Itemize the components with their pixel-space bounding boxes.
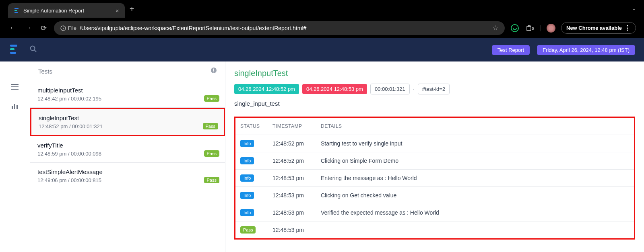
test-report-badge[interactable]: Test Report [492,45,530,55]
datetime-badge: Friday, April 26, 2024, 12:48 pm (IST) [537,45,635,55]
svg-point-6 [511,25,518,32]
step-details: Entering the message as : Hello World [316,170,634,187]
file-label: File [68,25,76,31]
test-item-time: 12:48:59 pm / 00:00:00:098 [37,151,218,157]
profile-avatar[interactable] [547,24,555,33]
tests-header-label: Tests [38,68,52,75]
svg-line-11 [35,50,37,52]
table-row: Info12:48:52 pmClicking on Simple Form D… [235,152,634,170]
list-view-icon[interactable] [0,78,30,97]
left-sidebar [0,61,30,252]
step-timestamp: 12:48:53 pm [268,221,316,239]
step-details: Clicking on Get checked value [316,187,634,204]
toolbar-separator: | [539,25,541,32]
address-bar-row: ← → ⟳ File /Users/vipulgupta/eclipse-wor… [0,18,644,38]
test-item-name: testSimpleAlertMessage [37,168,218,175]
reload-button[interactable]: ⟳ [39,24,48,33]
step-details: Starting test to verify single input [316,135,634,152]
svg-point-10 [31,46,35,50]
svg-rect-19 [213,69,214,71]
end-time-badge: 04.26.2024 12:48:53 pm [302,84,367,94]
test-item-time: 12:49:06 pm / 00:00:00:815 [37,177,218,183]
svg-rect-2 [14,12,18,13]
separator-dot: · [413,86,415,92]
status-badge: Pass [204,177,219,183]
step-timestamp: 12:48:53 pm [268,204,316,221]
svg-rect-0 [14,8,19,9]
start-time-badge: 04.26.2024 12:48:52 pm [234,84,299,94]
back-button[interactable]: ← [8,24,18,32]
close-icon[interactable]: × [116,7,119,14]
browser-toolbar-icons: | New Chrome available ⋮ [510,22,636,34]
table-row: Info12:48:53 pmVerified the expected mes… [235,204,634,221]
svg-rect-16 [14,104,15,109]
status-badge: Pass [204,150,219,157]
new-chrome-button[interactable]: New Chrome available ⋮ [561,22,636,34]
detail-badges: 04.26.2024 12:48:52 pm 04.26.2024 12:48:… [234,84,635,94]
table-row: Pass12:48:53 pm [235,221,634,239]
test-item-time: 12:48:52 pm / 00:00:01:321 [39,123,217,129]
test-item-verifyTitle[interactable]: verifyTitle 12:48:59 pm / 00:00:00:098 P… [30,136,225,163]
step-status-badge: Info [240,174,254,182]
duration-badge: 00:00:01:321 [370,84,410,94]
step-details: Verified the expected message as : Hello… [316,204,634,221]
app-body: Tests multipleInputTest 12:48:42 pm / 00… [0,61,644,252]
svg-rect-9 [10,52,16,54]
extensions-icon[interactable] [525,24,534,33]
steps-table: STATUS TIMESTAMP DETAILS Info12:48:52 pm… [235,118,634,238]
forward-button[interactable]: → [23,24,33,32]
browser-chrome: Simple Automation Report × + ⌄ ← → ⟳ Fil… [0,0,644,38]
topbar-right: Test Report Friday, April 26, 2024, 12:4… [492,45,635,55]
test-item-name: singleInputTest [39,115,217,121]
tests-header: Tests [30,61,225,81]
step-timestamp: 12:48:53 pm [268,170,316,187]
step-timestamp: 12:48:52 pm [268,135,316,152]
step-timestamp: 12:48:53 pm [268,187,316,204]
test-item-name: verifyTitle [37,142,218,149]
chart-view-icon[interactable] [0,97,30,117]
status-badge: Pass [204,95,219,102]
test-item-name: multipleInputTest [37,87,218,94]
step-status-badge: Info [240,140,254,147]
svg-point-5 [63,27,64,27]
step-status-badge: Pass [240,226,256,234]
app-logo-icon[interactable] [9,43,21,57]
table-row: Info12:48:53 pmEntering the message as :… [235,170,634,187]
svg-rect-7 [10,45,17,47]
step-status-badge: Info [240,209,254,216]
col-status: STATUS [235,118,268,135]
table-row: Info12:48:52 pmStarting test to verify s… [235,135,634,152]
status-badge: Pass [203,123,218,129]
search-icon[interactable] [30,45,37,55]
new-tab-button[interactable]: + [130,4,134,14]
grammarly-icon[interactable] [510,24,519,33]
test-item-testSimpleAlertMessage[interactable]: testSimpleAlertMessage 12:49:06 pm / 00:… [30,163,225,189]
chevron-down-icon[interactable]: ⌄ [632,6,636,11]
app-topbar: Test Report Friday, April 26, 2024, 12:4… [0,38,644,61]
test-item-multipleInputTest[interactable]: multipleInputTest 12:48:42 pm / 00:00:02… [30,81,225,108]
step-details: Clicking on Simple Form Demo [316,152,634,170]
col-details: DETAILS [316,118,634,135]
steps-table-container: STATUS TIMESTAMP DETAILS Info12:48:52 pm… [234,117,635,240]
svg-rect-15 [12,106,13,109]
tests-panel: Tests multipleInputTest 12:48:42 pm / 00… [30,61,225,252]
url-text: /Users/vipulgupta/eclipse-workspace/Exte… [80,25,306,31]
bookmark-star-icon[interactable]: ☆ [492,24,498,32]
browser-tab[interactable]: Simple Automation Report × [8,3,125,18]
file-scheme-badge: File [60,25,76,31]
tab-bar: Simple Automation Report × + ⌄ [0,0,644,18]
svg-rect-1 [14,10,17,11]
detail-description: single_input_test [234,100,635,107]
step-details [316,221,634,239]
svg-rect-4 [63,28,64,29]
svg-rect-8 [10,48,14,50]
tag-badge: #test-id=2 [418,84,450,94]
warning-icon[interactable] [211,67,217,75]
svg-rect-17 [17,105,18,109]
new-chrome-label: New Chrome available [566,25,622,31]
step-status-badge: Info [240,192,254,199]
test-item-singleInputTest[interactable]: singleInputTest 12:48:52 pm / 00:00:01:3… [30,108,225,136]
svg-point-20 [213,72,214,72]
address-bar[interactable]: File /Users/vipulgupta/eclipse-workspace… [54,21,505,35]
detail-title: singleInputTest [234,69,635,78]
